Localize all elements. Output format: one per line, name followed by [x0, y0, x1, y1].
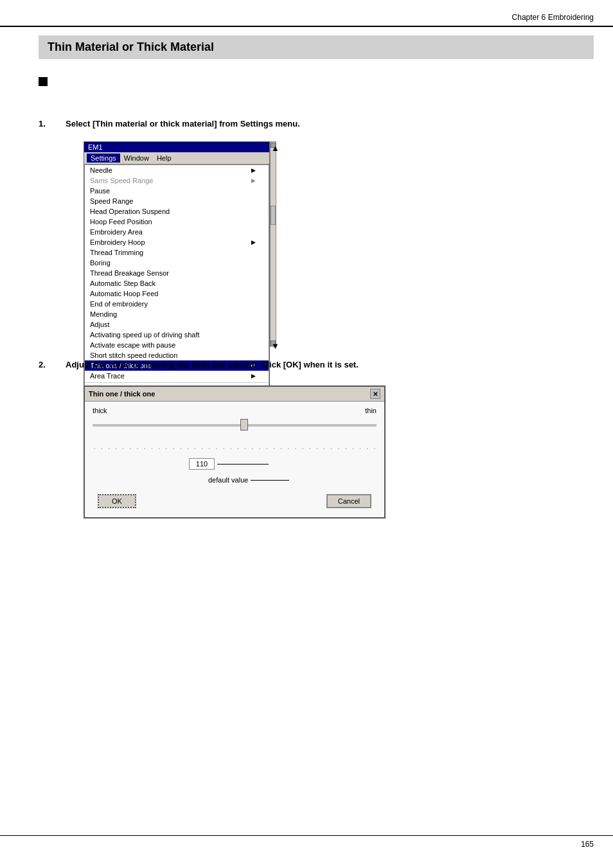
slider-thumb[interactable]: [240, 419, 248, 430]
page-title: Thin Material or Thick Material: [48, 40, 585, 54]
step1-text: Select [Thin material or thick material]…: [66, 119, 300, 128]
dot: ·: [159, 446, 160, 452]
dot: ·: [309, 446, 310, 452]
dialog-slider-area: · · · · · · · · · · · · · · · · · · · ·: [93, 424, 377, 452]
dot: ·: [288, 446, 289, 452]
menu-item-activate-escape[interactable]: Activate escape with pause: [85, 340, 269, 350]
dot: ·: [230, 446, 231, 452]
dot: ·: [374, 446, 375, 452]
dot: ·: [223, 446, 224, 452]
top-border: [0, 26, 613, 27]
dot: ·: [137, 446, 138, 452]
dot: ·: [280, 446, 281, 452]
dialog-labels-row: thick thin: [93, 407, 377, 414]
dialog-label-thick: thick: [93, 407, 107, 414]
dot: ·: [245, 446, 246, 452]
menu-item-needle[interactable]: Needle▶: [85, 165, 269, 175]
dot: ·: [273, 446, 274, 452]
menu-item-auto-step[interactable]: Automatic Step Back: [85, 278, 269, 288]
dot: ·: [295, 446, 296, 452]
step1-number: 1.: [39, 119, 57, 128]
dot: ·: [252, 446, 253, 452]
dot: ·: [116, 446, 117, 452]
dialog-value-box[interactable]: 110: [189, 458, 215, 470]
dot: ·: [316, 446, 317, 452]
menu-item-auto-hoop[interactable]: Automatic Hoop Feed: [85, 288, 269, 299]
dialog-screenshot: Thin one / thick one ✕ thick thin · · · …: [84, 385, 386, 518]
slider-container: [93, 424, 377, 443]
dot: ·: [352, 446, 353, 452]
dialog-title: Thin one / thick one: [89, 390, 155, 398]
dot: ·: [144, 446, 145, 452]
menu-item-boring[interactable]: Boring: [85, 258, 269, 268]
menu-item-head-op[interactable]: Head Operation Suspend: [85, 206, 269, 217]
menu-item-speed-range[interactable]: Speed Range: [85, 196, 269, 206]
dot: ·: [259, 446, 260, 452]
scroll-up[interactable]: ▲: [271, 143, 276, 148]
scroll-down[interactable]: ▼: [271, 341, 276, 346]
dialog-close-button[interactable]: ✕: [370, 389, 380, 399]
bottom-border: [0, 835, 613, 836]
dot: ·: [94, 446, 95, 452]
step1-row: 1. Select [Thin material or thick materi…: [39, 119, 594, 128]
dialog-default-row: default value: [93, 476, 377, 484]
dialog-titlebar: Thin one / thick one ✕: [85, 387, 384, 402]
menu-item-mending[interactable]: Mending: [85, 309, 269, 319]
dot: ·: [151, 446, 152, 452]
menu-scrollbar[interactable]: ▲ ▼: [270, 141, 276, 347]
annotation-line-value: [217, 464, 269, 465]
page-number: 165: [581, 840, 594, 849]
dot: ·: [166, 446, 167, 452]
dot: ·: [216, 446, 217, 452]
dot: ·: [202, 446, 203, 452]
menu-item-adjust[interactable]: Adjust: [85, 319, 269, 330]
dialog-ok-button[interactable]: OK: [98, 494, 136, 508]
menu-menubar: Settings Window Help: [84, 152, 269, 164]
menu-item-thread-breakage[interactable]: Thread Breakage Sensor: [85, 268, 269, 278]
annotation-line-default: [251, 480, 289, 481]
page-title-box: Thin Material or Thick Material: [39, 35, 594, 59]
dot: ·: [108, 446, 109, 452]
dot: ·: [237, 446, 238, 452]
menu-item-embroidery-area[interactable]: Embroidery Area: [85, 227, 269, 237]
dot: ·: [367, 446, 368, 452]
dot: ·: [101, 446, 102, 452]
dot: ·: [324, 446, 325, 452]
dialog-cancel-button[interactable]: Cancel: [326, 494, 371, 508]
chapter-header: Chapter 6 Embroidering: [512, 13, 594, 22]
dot: ·: [302, 446, 303, 452]
dialog-buttons-row: OK Cancel: [93, 490, 377, 512]
menu-window[interactable]: Window: [120, 154, 153, 163]
menu-item-sams-speed[interactable]: Sams Speed Range▶: [85, 175, 269, 186]
menu-titlebar: EM1: [84, 142, 269, 152]
dialog-default-label: default value: [208, 476, 248, 484]
step2-row: 2. Adjust the value by moving the slide …: [39, 360, 594, 369]
dot: ·: [266, 446, 267, 452]
step2-number: 2.: [39, 360, 57, 369]
menu-item-embroidery-hoop[interactable]: Embroidery Hoop▶: [85, 237, 269, 247]
scroll-thumb[interactable]: [271, 206, 276, 225]
dot: ·: [345, 446, 346, 452]
dot: ·: [123, 446, 124, 452]
menu-help[interactable]: Help: [153, 154, 175, 163]
step2-text: Adjust the value by moving the slide bar…: [66, 360, 359, 369]
dot: ·: [180, 446, 181, 452]
menu-item-hoop-feed[interactable]: Hoop Feed Position: [85, 217, 269, 227]
menu-item-short-stitch[interactable]: Short stitch speed reduction: [85, 350, 269, 360]
menu-item-activating-speed[interactable]: Activating speed up of driving shaft: [85, 330, 269, 340]
menu-settings[interactable]: Settings: [87, 154, 120, 163]
dialog-value-row: 110: [93, 458, 377, 470]
dot: ·: [338, 446, 339, 452]
dot: ·: [173, 446, 174, 452]
slider-dots-row: · · · · · · · · · · · · · · · · · · · ·: [93, 446, 377, 452]
menu-item-area-trace[interactable]: Area Trace▶: [85, 371, 269, 381]
menu-title: EM1: [88, 143, 103, 151]
menu-item-end-embroidery[interactable]: End of embroidery: [85, 299, 269, 309]
slider-track: [93, 424, 377, 427]
dialog-body: thick thin · · · · · · · · · · ·: [85, 402, 384, 517]
menu-item-thread-trimming[interactable]: Thread Trimming: [85, 247, 269, 258]
menu-item-pause[interactable]: Pause: [85, 186, 269, 196]
dot: ·: [130, 446, 131, 452]
dot: ·: [331, 446, 332, 452]
dot: ·: [187, 446, 188, 452]
